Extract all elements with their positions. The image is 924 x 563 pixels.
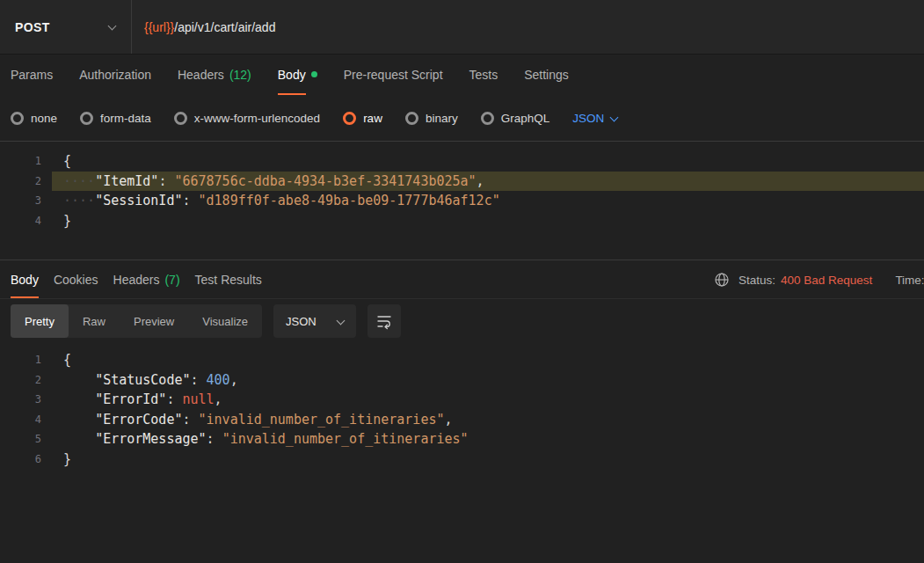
view-raw-button[interactable]: Raw xyxy=(69,304,120,338)
tab-label: Headers xyxy=(178,68,224,82)
code-line[interactable]: 2····"ItemId": "6678756c-ddba-4934-b3ef-… xyxy=(0,172,924,192)
line-number: 5 xyxy=(0,433,41,445)
tab-label: Headers xyxy=(113,273,160,287)
code-line[interactable]: 3 "ErrorId": null, xyxy=(0,390,924,410)
url-input[interactable]: {{url}}/api/v1/cart/air/add xyxy=(132,0,924,54)
chevron-down-icon xyxy=(108,21,117,30)
raw-language-label: JSON xyxy=(572,112,604,125)
time-label: Time: xyxy=(895,274,924,287)
line-number: 2 xyxy=(0,175,41,187)
tab-label: Authorization xyxy=(79,68,151,82)
code-line[interactable]: 4} xyxy=(0,211,924,231)
headers-count-badge: (7) xyxy=(164,273,179,287)
postman-request-view: POST {{url}}/api/v1/cart/air/add Params … xyxy=(0,0,924,469)
response-body-viewer[interactable]: 1{2 "StatusCode": 400,3 "ErrorId": null,… xyxy=(0,341,924,469)
radio-icon xyxy=(11,112,24,125)
tab-label: Body xyxy=(278,68,306,82)
view-label: Preview xyxy=(134,315,174,328)
code-text: "ErrorMessage": "invalid_number_of_itine… xyxy=(52,429,924,450)
body-type-x-www-form-urlencoded[interactable]: x-www-form-urlencoded xyxy=(174,112,320,125)
tab-label: Body xyxy=(11,273,39,287)
body-type-form-data[interactable]: form-data xyxy=(80,112,151,125)
view-label: Visualize xyxy=(202,315,248,328)
code-line[interactable]: 6} xyxy=(0,450,924,470)
tab-label: Params xyxy=(11,68,53,82)
response-toolbar: Pretty Raw Preview Visualize JSON xyxy=(0,299,924,341)
request-body-editor[interactable]: 1{2····"ItemId": "6678756c-ddba-4934-b3e… xyxy=(0,142,924,260)
chevron-down-icon xyxy=(336,316,345,325)
code-text: "ErrorCode": "invalid_number_of_itinerar… xyxy=(52,410,924,430)
line-number: 4 xyxy=(0,215,41,227)
radio-label: x-www-form-urlencoded xyxy=(194,112,320,125)
radio-label: none xyxy=(31,112,57,125)
code-text: } xyxy=(52,450,924,470)
tab-headers[interactable]: Headers (12) xyxy=(178,55,251,95)
radio-icon-selected xyxy=(343,112,356,125)
line-number: 4 xyxy=(0,413,41,426)
code-text: } xyxy=(52,211,924,231)
code-text: "StatusCode": 400, xyxy=(52,370,924,391)
code-text: "ErrorId": null, xyxy=(52,390,924,410)
response-language-dropdown[interactable]: JSON xyxy=(273,304,356,338)
tab-pre-request-script[interactable]: Pre-request Script xyxy=(344,55,443,95)
code-text: ····"ItemId": "6678756c-ddba-4934-b3ef-3… xyxy=(52,172,924,192)
wrap-lines-icon xyxy=(375,312,393,330)
raw-language-dropdown[interactable]: JSON xyxy=(572,112,617,125)
response-meta: Status: 400 Bad Request Time: xyxy=(714,260,924,299)
response-tab-body[interactable]: Body xyxy=(11,260,39,298)
url-path: /api/v1/cart/air/add xyxy=(174,20,275,34)
url-variable: {{url}} xyxy=(144,20,174,34)
tab-body[interactable]: Body xyxy=(278,55,317,95)
response-tabs: Body Cookies Headers (7) Test Results St… xyxy=(0,260,924,299)
tab-settings[interactable]: Settings xyxy=(524,55,569,95)
response-tab-cookies[interactable]: Cookies xyxy=(54,260,98,298)
response-tab-headers[interactable]: Headers (7) xyxy=(113,260,180,298)
tab-label: Pre-request Script xyxy=(344,68,443,82)
tab-params[interactable]: Params xyxy=(11,55,53,95)
request-url-bar: POST {{url}}/api/v1/cart/air/add xyxy=(0,0,924,55)
line-number: 3 xyxy=(0,393,41,406)
body-type-selector: none form-data x-www-form-urlencoded raw… xyxy=(0,95,924,141)
radio-label: binary xyxy=(426,112,458,125)
view-visualize-button[interactable]: Visualize xyxy=(188,304,262,338)
network-globe-icon[interactable] xyxy=(714,272,730,288)
radio-label: form-data xyxy=(100,112,151,125)
tab-authorization[interactable]: Authorization xyxy=(79,55,151,95)
tab-tests[interactable]: Tests xyxy=(469,55,498,95)
view-label: Pretty xyxy=(25,315,55,328)
response-view-switcher: Pretty Raw Preview Visualize xyxy=(11,304,262,338)
code-line[interactable]: 1{ xyxy=(0,350,924,370)
line-number: 6 xyxy=(0,453,41,465)
headers-count-badge: (12) xyxy=(229,68,251,82)
view-label: Raw xyxy=(83,315,105,328)
radio-icon xyxy=(174,112,187,125)
body-type-binary[interactable]: binary xyxy=(405,112,458,125)
line-number: 2 xyxy=(0,374,41,386)
wrap-lines-button[interactable] xyxy=(367,304,401,338)
code-line[interactable]: 3····"SessionId": "d189ff0f-abe8-49ba-be… xyxy=(0,191,924,211)
view-pretty-button[interactable]: Pretty xyxy=(11,304,69,338)
status-label: Status: xyxy=(738,274,775,287)
tab-label: Tests xyxy=(469,68,498,82)
radio-icon xyxy=(405,112,418,125)
view-preview-button[interactable]: Preview xyxy=(120,304,188,338)
code-line[interactable]: 4 "ErrorCode": "invalid_number_of_itiner… xyxy=(0,410,924,430)
status-value: 400 Bad Request xyxy=(781,274,872,287)
tab-label: Settings xyxy=(524,68,569,82)
radio-label: raw xyxy=(363,112,382,125)
body-type-graphql[interactable]: GraphQL xyxy=(481,112,550,125)
chevron-down-icon xyxy=(610,113,619,121)
method-dropdown[interactable]: POST xyxy=(0,0,132,54)
tab-label: Cookies xyxy=(54,273,98,287)
response-tab-test-results[interactable]: Test Results xyxy=(195,260,262,298)
line-number: 3 xyxy=(0,194,41,207)
code-line[interactable]: 1{ xyxy=(0,151,924,172)
radio-label: GraphQL xyxy=(501,112,550,125)
body-type-raw[interactable]: raw xyxy=(343,112,382,125)
code-line[interactable]: 2 "StatusCode": 400, xyxy=(0,370,924,391)
code-text: { xyxy=(52,350,924,370)
code-text: ····"SessionId": "d189ff0f-abe8-49ba-be0… xyxy=(52,191,924,211)
code-line[interactable]: 5 "ErrorMessage": "invalid_number_of_iti… xyxy=(0,429,924,450)
body-type-none[interactable]: none xyxy=(11,112,57,125)
request-tabs: Params Authorization Headers (12) Body P… xyxy=(0,55,924,95)
